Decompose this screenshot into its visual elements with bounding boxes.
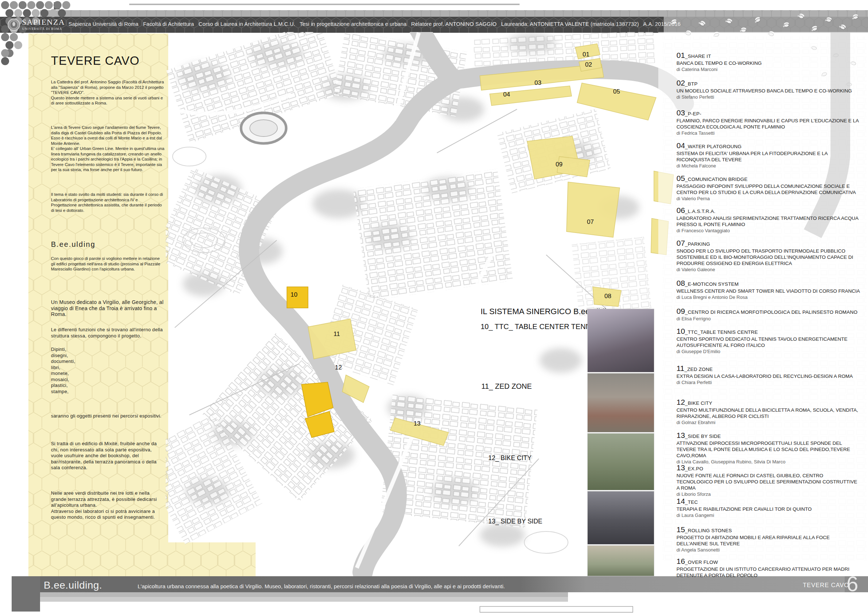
legend-num: 10 (676, 327, 685, 336)
legend-item-03: 03_P-EP- FLAMINIO, PARCO ENERGIE RINNOVA… (676, 108, 861, 136)
legend-item-11: 11_ZED ZONE EXTRA DESIGN LA CASA-LABORAT… (676, 364, 861, 385)
legend-author: di Caterina Marconi (676, 67, 861, 72)
legend-item-14: 14_TEC TERAPIA E RIABILITAZIONE PER CAVA… (676, 497, 861, 518)
legend-author: di Valerio Galeone (676, 267, 861, 272)
map-marker-01[interactable]: 01 (583, 51, 589, 58)
legend-author: di Fedrica Tassetti (676, 130, 861, 136)
sapienza-logo-subtitle: UNIVERSITÀ DI ROMA (22, 27, 62, 31)
legend-desc: ATTIVAZIONE DIPROCESSI MICROPROGETTUALI … (676, 440, 861, 459)
sidebar-paragraph-2: L'area di Tevere Cavo segue l'andamento … (51, 125, 164, 173)
legend-code: _SIDE BY SIDE (685, 433, 721, 439)
sidebar-paragraph-6: Le differenti funzioni che si trovano al… (51, 327, 164, 339)
legend-desc: CENTRO MULTIFUNZIONALE DELLA BICICLETTA … (676, 407, 861, 420)
sidebar-paragraph-4: Con questo gioco di parole si vogliono m… (51, 256, 164, 272)
legend-desc: NUOVE FONTE ALLE FORNACI DI CASTEL GIUBI… (676, 472, 861, 491)
legend-code: _ROLLING STONES (685, 528, 732, 533)
sidebar-paragraph-aree-verdi: Nelle aree verdi distribuite nei tre lot… (51, 490, 164, 520)
legend-author: di Elisa Ferrigno (676, 316, 861, 321)
map-marker-08[interactable]: 08 (604, 293, 611, 300)
legend-author: di Chiara Perfetti (676, 380, 861, 385)
map-marker-04[interactable]: 04 (503, 91, 510, 98)
legend-num: 01 (676, 51, 685, 60)
legend-desc: LABORATORIO ANALISI SPERIMENTAZIONE TRAT… (676, 215, 861, 228)
legend-author: di Angela Sansonetti (676, 547, 861, 553)
legend-item-15: 15_ROLLING STONES PROGETTO DI ABITAZIONI… (676, 525, 861, 553)
legend-num: 04 (676, 141, 685, 150)
thesis-board: SAPIENZA UNIVERSITÀ DI ROMA Sapienza Uni… (0, 0, 868, 613)
project-thumbnail-2[interactable] (587, 373, 654, 432)
legend-desc: SISTEMA DI FELICITA' URBANA PER LA FITOD… (676, 150, 861, 163)
legend-item-13-expo: 13_EX.PO NUOVE FONTE ALLE FORNACI DI CAS… (676, 463, 861, 497)
map-marker-11[interactable]: 11 (333, 331, 340, 338)
map-label-zed-zone: 11_ ZED ZONE (481, 382, 532, 390)
legend-code: _L.A.S.T.R.A. (685, 209, 715, 214)
legend-desc: TERAPIA E RIABILITAZIONE PER CAVALLI TOR… (676, 506, 861, 512)
legend-num: 15 (676, 525, 685, 534)
legend-author: di Giuseppe D'Emilio (676, 349, 861, 354)
project-thumbnail-5[interactable] (587, 545, 654, 576)
stadium-shape (241, 113, 286, 143)
legend-desc: PASSAGGIO INFOPOINT SVILUPPPO DELLA COMU… (676, 183, 861, 195)
map-marker-09[interactable]: 09 (556, 161, 563, 168)
project-thumbnail-3[interactable] (587, 433, 654, 490)
legend-desc: PROGETTAZIONE DI UN ISTITUTO CARCERARIO … (676, 566, 861, 578)
legend-item-12: 12_BIKE CITY CENTRO MULTIFUNZIONALE DELL… (676, 398, 861, 425)
legend-item-10: 10_TTC_TABLE TENNIS CENTRE CENTRO SPORTI… (676, 327, 861, 354)
sidebar-paragraph-3: Il tema è stato svolto da molti studenti… (51, 192, 164, 213)
legend-code: _SHARE IT (685, 54, 711, 59)
legend-num: 05 (676, 174, 685, 183)
legend-item-05: 05_COMUNICATION BRIDGE PASSAGGIO INFOPOI… (676, 174, 861, 201)
legend-item-13-side-by-side: 13_SIDE BY SIDE ATTIVAZIONE DIPROCESSI M… (676, 431, 861, 464)
legend-item-08: 08_E-MOTICON SYSTEM WELLNESS CENTER AND … (676, 279, 861, 300)
legend-code: _TTC_TABLE TENNIS CENTRE (685, 330, 758, 335)
map-marker-03[interactable]: 03 (535, 79, 541, 87)
legend-author: di Stefano Perfetti (676, 94, 861, 100)
map-marker-05[interactable]: 05 (613, 88, 620, 95)
legend-num: 13 (676, 463, 685, 472)
legend-num: 12 (676, 398, 685, 407)
footer-brand: B.ee.uilding. (44, 579, 102, 591)
legend-num: 14 (676, 497, 685, 506)
legend-author: di Golnaz Ebrahmi (676, 420, 861, 425)
legend-num: 09 (676, 307, 685, 316)
legend-author: di Luca Bregni e Antonio De Rosa (676, 294, 861, 300)
legend-author: di Michela Falcone (676, 163, 861, 169)
legend-item-02: 02_BTP UN MODELLO SOCIALE ATTRAVERSO BAN… (676, 79, 861, 100)
legend-num: 13 (676, 431, 685, 440)
map-label-ttc: 10_ TTC_ TABLE CENTER TENNIS (480, 322, 598, 331)
legend-desc: UN MODELLO SOCIALE ATTRAVERSO BANCA DEL … (676, 88, 861, 94)
project-thumbnail-4[interactable] (587, 491, 654, 545)
legend-item-09: 09_CENTRO DI RICERCA MORFOTIPOLOGICA DEL… (676, 307, 861, 321)
map-marker-07[interactable]: 07 (587, 218, 594, 226)
legend-num: 08 (676, 279, 685, 288)
legend-desc: FLAMINIO, PARCO ENERGIE RINNOVABILI E CA… (676, 118, 861, 130)
legend-item-07: 07_PARKING SNODO PER LO SVILUPPO DEL TRA… (676, 239, 861, 272)
legend-code: _WATER PLATGROUNG (685, 144, 741, 149)
legend-item-06: 06_L.A.S.T.R.A. LABORATORIO ANALISI SPER… (676, 206, 861, 233)
legend-num: 07 (676, 239, 685, 248)
legend-author: di Liborio Sforza (676, 491, 861, 497)
legend-code: _CENTRO DI RICERCA MORFOTIPOLOGICA DEL P… (685, 310, 857, 315)
map-marker-13[interactable]: 13 (414, 420, 420, 427)
legend-desc: WELLNESS CENTER AND SMART TOWER NEL VIAD… (676, 288, 861, 294)
legend-code: _COMUNICATION BRIDGE (685, 176, 747, 182)
map-marker-12[interactable]: 12 (335, 364, 342, 371)
legend-code: _TEC (685, 499, 698, 505)
legend-num: 02 (676, 79, 685, 87)
page-number: 6 (846, 571, 858, 596)
sidebar-objects-list: Dipinti, disegni, documenti, libri, mone… (51, 347, 164, 395)
sidebar-paragraph-1: La Cattedra del prof. Antonino Saggio (F… (51, 79, 164, 106)
sidebar-title: TEVERE CAVO (51, 54, 140, 68)
legend-num: 11 (676, 364, 685, 373)
project-thumbnail-1[interactable] (587, 309, 654, 372)
legend-code: _PARKING (685, 241, 710, 247)
legend-code: _BTP (685, 81, 698, 87)
map-label-side-by-side: 13_ SIDE BY SIDE (488, 518, 542, 525)
legend-desc: CENTRO SPORTIVO DEDICATO AL TENNIS TAVOL… (676, 336, 861, 348)
footer-caption: L'apicoltura urbana connessa alla poetic… (138, 583, 505, 589)
legend-num: 16 (676, 557, 685, 566)
map-marker-02[interactable]: 02 (585, 61, 592, 68)
sapienza-logo-name: SAPIENZA (22, 17, 65, 27)
map-marker-10[interactable]: 10 (291, 291, 298, 299)
sidebar-paragraph-7: saranno gli oggetti presenti nei percors… (51, 413, 164, 420)
